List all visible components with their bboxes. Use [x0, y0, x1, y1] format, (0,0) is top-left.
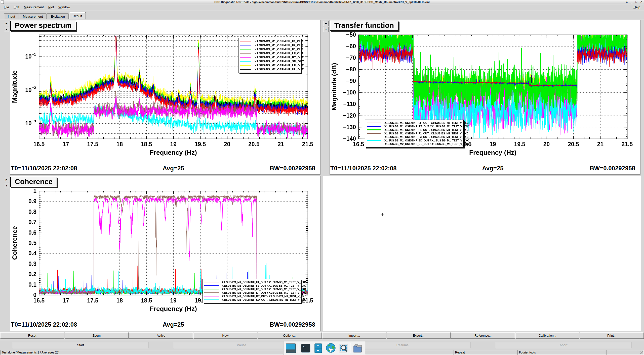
legend-label: X1:SUS-BS_M1_OSEMINF_F2_OUT / X1:SUS-BS_… [222, 284, 306, 287]
pane-up-icon[interactable]: ▲ [4, 183, 9, 188]
avg-label: Avg=25 [163, 321, 184, 328]
terminal-icon[interactable]: >_ [300, 343, 311, 354]
menu-window[interactable]: Window [56, 5, 72, 10]
legend-line-sample [204, 299, 219, 300]
options-button[interactable]: Options... [258, 332, 322, 339]
menu-bar: File Edit Measurement Plot Window Help [0, 4, 644, 10]
close-icon[interactable]: ✕ [640, 0, 642, 4]
avg-label: Avg=25 [163, 165, 184, 172]
maximize-icon[interactable]: □ [635, 0, 637, 4]
avg-label: Avg=25 [482, 165, 503, 172]
new-button[interactable]: New [193, 332, 257, 339]
legend-line-sample [240, 61, 251, 62]
legend-entry: X1:SUS-BS_M2_OSEMINF_UL_OUT / X1:SUS-BS_… [367, 142, 462, 146]
start-button[interactable]: Start [13, 342, 148, 348]
menu-help[interactable]: Help [631, 5, 642, 10]
legend-entry: X1:SUS-BS_M1_OSEMINF_F3_OUT / X1:SUS-BS_… [367, 135, 462, 139]
magnifier-icon[interactable] [338, 343, 349, 354]
plot-title: Power spectrum [10, 21, 76, 31]
bw-label: BW=0.00292958 [590, 165, 635, 172]
dock-separator [351, 343, 351, 353]
active-button[interactable]: Active [129, 332, 193, 339]
legend-line-sample [204, 296, 219, 296]
tab-excitation[interactable]: Excitation [47, 13, 68, 19]
pane-controls: ▶ ▲ [4, 176, 10, 331]
t0-label: T0=11/10/2025 22:02:08 [11, 321, 77, 328]
legend-entry: X1:SUS-BS_M1_OSEMINF_F3_OUT [240, 47, 299, 51]
legend-label: X1:SUS-BS_M1_OSEMINF_LF_OUT [255, 52, 303, 55]
menu-plot[interactable]: Plot [46, 5, 56, 10]
legend-entry: X1:SUS-BS_M1_OSEMINF_LF_OUT [240, 51, 299, 55]
print-button[interactable]: Print... [580, 332, 644, 339]
shade-icon[interactable]: ∧ [626, 0, 628, 4]
legend-line-sample [204, 292, 219, 293]
legend-entry: X1:SUS-BS_M1_OSEMINF_F2_OUT / X1:SUS-BS_… [367, 132, 462, 135]
legend-label: X1:SUS-BS_M1_OSEMINF_RT_OUT [255, 56, 304, 59]
pane-next-icon[interactable]: ▶ [324, 21, 329, 26]
reference-button[interactable]: Reference... [451, 332, 515, 339]
window-icon [1, 1, 4, 4]
legend-entry: X1:SUS-BS_M1_OSEMINF_F1_OUT / X1:SUS-BS_… [367, 128, 462, 132]
pane-next-icon[interactable]: ▶ [4, 21, 9, 26]
resize-grip-icon[interactable] [640, 351, 643, 354]
window-title: CDS Diagnostic Test Tools - /ligo/svncom… [0, 1, 644, 4]
import-button[interactable]: Import... [322, 332, 386, 339]
pane-controls: ▶ ▲ [323, 20, 330, 175]
coherence-panel: ▶ ▲ Coherence X1:SUS-BS_M1_OSEMINF_F1_OU… [4, 176, 321, 331]
legend-line-sample [204, 289, 219, 289]
legend-label: X1:SUS-BS_M1_OSEMINF_F1_OUT / X1:SUS-BS_… [384, 128, 468, 131]
plot-title: Transfer function [330, 21, 398, 31]
menu-edit[interactable]: Edit [11, 5, 21, 10]
empty-plot-area[interactable] [323, 176, 641, 331]
status-repeat: Repeat [454, 350, 517, 355]
menu-measurement[interactable]: Measurement [21, 5, 46, 10]
cursor-mark [381, 213, 384, 216]
legend-entry: X1:SUS-BS_M1_OSEMINF_F1_OUT / X1:SUS-BS_… [204, 280, 299, 284]
crosshair-cursor [528, 75, 535, 83]
desktop-panel-icon[interactable] [285, 343, 296, 354]
legend-entry: X1:SUS-BS_M1_OSEMINF_F3_OUT / X1:SUS-BS_… [204, 287, 299, 291]
legend-label: X1:SUS-BS_M2_OSEMINF_UL_OUT [255, 68, 304, 71]
legend-label: X1:SUS-BS_M2_OSEMINF_UL_OUT / X1:SUS-BS_… [384, 142, 469, 145]
reset-button[interactable]: Reset [0, 332, 64, 339]
file-cabinet-icon[interactable] [313, 343, 324, 354]
legend-label: X1:SUS-BS_M1_OSEMINF_F3_OUT [255, 48, 303, 51]
tab-measurement[interactable]: Measurement [19, 13, 47, 19]
legend-line-sample [367, 133, 381, 134]
pane-next-icon[interactable]: ▶ [4, 177, 9, 182]
web-browser-icon[interactable] [325, 343, 336, 354]
transfer-function-legend: X1:SUS-BS_M1_OSEMINF_LF_OUT / X1:SUS-BS_… [365, 120, 464, 147]
file-manager-icon[interactable] [353, 343, 364, 354]
legend-line-sample [367, 126, 381, 127]
t0-label: T0=11/10/2025 22:02:08 [330, 165, 397, 172]
legend-label: X1:SUS-BS_M1_OSEMINF_F1_OUT / X1:SUS-BS_… [222, 281, 306, 284]
legend-entry: X1:SUS-BS_M1_OSEMINF_SD_OUT / X1:SUS-BS_… [204, 298, 299, 301]
status-message: Test done (Measurements 1 / Averages 25) [0, 350, 453, 355]
pane-up-icon[interactable]: ▲ [324, 27, 329, 32]
legend-entry: X1:SUS-BS_M1_OSEMINF_LF_OUT / X1:SUS-BS_… [367, 121, 462, 125]
tab-input[interactable]: Input [4, 13, 19, 19]
legend-entry: X1:SUS-BS_M1_OSEMINF_F2_OUT / X1:SUS-BS_… [204, 284, 299, 287]
bw-label: BW=0.00292958 [270, 321, 315, 328]
calibration-button[interactable]: Calibration... [515, 332, 579, 339]
plot-footer: T0=11/10/2025 22:02:08 Avg=25 BW=0.00292… [10, 315, 320, 331]
zoom-button[interactable]: Zoom [65, 332, 129, 339]
legend-line-sample [240, 57, 251, 58]
abort-button: Abort [496, 342, 631, 348]
export-button[interactable]: Export... [387, 332, 451, 339]
legend-label: X1:SUS-BS_M1_OSEMINF_SD_OUT / X1:SUS-BS_… [384, 139, 469, 142]
tab-result[interactable]: Result [69, 12, 86, 19]
legend-label: X1:SUS-BS_M1_OSEMINF_F1_OUT [255, 40, 303, 43]
application-window: CDS Diagnostic Test Tools - /ligo/svncom… [0, 0, 644, 355]
legend-entry: X1:SUS-BS_M1_OSEMINF_LF_OUT / X1:SUS-BS_… [204, 291, 299, 294]
legend-label: X1:SUS-BS_M1_OSEMINF_LF_OUT / X1:SUS-BS_… [384, 121, 469, 124]
minimize-icon[interactable]: _ [631, 0, 632, 4]
transfer-function-panel: ▶ ▲ Transfer function X1:SUS-BS_M1_OSEMI… [323, 20, 641, 175]
legend-entry: X1:SUS-BS_M1_OSEMINF_RT_OUT / X1:SUS-BS_… [204, 294, 299, 298]
t0-label: T0=11/10/2025 22:02:08 [11, 165, 77, 172]
pane-up-icon[interactable]: ▲ [4, 27, 9, 32]
menu-file[interactable]: File [2, 5, 11, 10]
legend-entry: X1:SUS-BS_M2_OSEMINF_UL_OUT [240, 67, 299, 71]
legend-label: X1:SUS-BS_M1_OSEMINF_LF_OUT / X1:SUS-BS_… [222, 291, 306, 294]
result-page: ▶ ▲ Power spectrum X1:SUS-BS_M1_OSEMINF_… [0, 19, 644, 332]
